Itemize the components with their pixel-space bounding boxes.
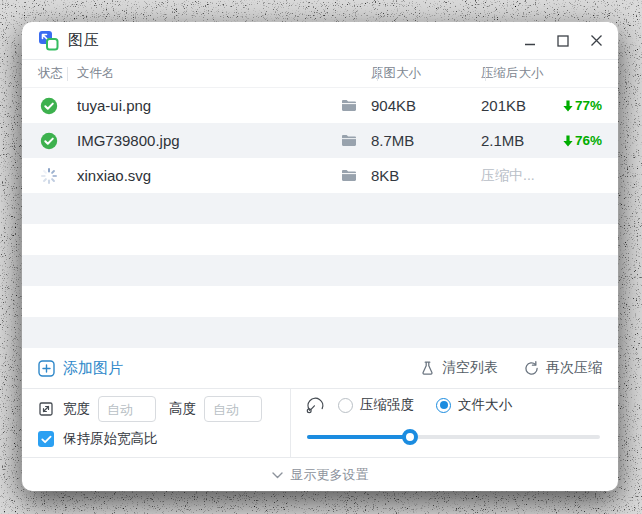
minimize-button[interactable] (523, 34, 537, 48)
original-size: 8KB (366, 167, 476, 184)
original-size: 904KB (366, 97, 476, 114)
mode-filesize-label: 文件大小 (458, 396, 512, 414)
mode-strength-radio[interactable]: 压缩强度 (338, 396, 414, 414)
table-row[interactable]: IMG739800.jpg 8.7MB 2.1MB 76% (22, 123, 618, 158)
spinner-icon (40, 167, 58, 185)
app-title: 图压 (68, 31, 99, 50)
slider-thumb[interactable] (402, 429, 418, 445)
reduction-percent: 76% (575, 133, 602, 148)
reduction-arrow-icon (563, 135, 573, 147)
filename: xinxiao.svg (77, 167, 332, 184)
compressed-size: 2.1MB (476, 132, 552, 149)
column-status: 状态 (38, 65, 77, 82)
filename: tuya-ui.png (77, 97, 332, 114)
empty-row (22, 224, 618, 255)
clear-list-label: 清空列表 (442, 359, 498, 377)
open-folder-icon[interactable] (332, 134, 366, 147)
height-label: 高度 (169, 400, 196, 418)
width-label: 宽度 (63, 400, 90, 418)
width-input[interactable] (98, 396, 156, 422)
open-folder-icon[interactable] (332, 99, 366, 112)
recompress-label: 再次压缩 (546, 359, 602, 377)
add-images-label: 添加图片 (63, 359, 123, 378)
add-images-button[interactable]: 添加图片 (38, 359, 123, 378)
slider-track[interactable] (307, 435, 600, 439)
compressed-size: 201KB (476, 97, 552, 114)
empty-list-area (22, 193, 618, 348)
recompress-button[interactable]: 再次压缩 (524, 359, 602, 377)
flask-icon (420, 361, 435, 376)
compressing-status-text: 压缩中... (476, 167, 552, 185)
header-separator (377, 67, 378, 81)
slider-fill (307, 435, 410, 439)
clear-list-button[interactable]: 清空列表 (420, 359, 498, 377)
radio-unselected-icon (338, 398, 353, 413)
header-separator (485, 67, 486, 81)
column-filename: 文件名 (77, 65, 332, 82)
table-header: 状态 文件名 原图大小 压缩后大小 (22, 60, 618, 88)
mode-strength-label: 压缩强度 (360, 396, 414, 414)
gauge-icon (305, 396, 325, 414)
plus-square-icon (38, 360, 55, 377)
mode-filesize-radio[interactable]: 文件大小 (436, 396, 512, 414)
show-more-settings-button[interactable]: 显示更多设置 (22, 458, 618, 491)
column-compressed-size: 压缩后大小 (476, 65, 552, 82)
table-row[interactable]: xinxiao.svg 8KB 压缩中... (22, 158, 618, 193)
app-logo-icon (38, 30, 59, 51)
column-original-size: 原图大小 (366, 65, 476, 82)
app-window: 图压 状态 文件名 原图大小 压缩后大小 (22, 22, 618, 491)
keep-ratio-label: 保持原始宽高比 (63, 430, 158, 448)
toolbar: 添加图片 清空列表 再次压缩 (22, 348, 618, 388)
original-size: 8.7MB (366, 132, 476, 149)
empty-row (22, 286, 618, 317)
empty-row (22, 193, 618, 224)
refresh-icon (524, 361, 539, 376)
radio-selected-icon (436, 398, 451, 413)
titlebar: 图压 (22, 22, 618, 60)
header-separator (67, 67, 68, 81)
reduction-arrow-icon (563, 100, 573, 112)
success-check-icon (40, 132, 58, 150)
reduction-percent: 77% (575, 98, 602, 113)
show-more-settings-label: 显示更多设置 (291, 466, 369, 484)
settings-panel: 宽度 高度 保持原始宽高比 (22, 388, 618, 458)
keep-ratio-checkbox[interactable] (38, 431, 54, 447)
success-check-icon (40, 97, 58, 115)
open-folder-icon[interactable] (332, 169, 366, 182)
table-row[interactable]: tuya-ui.png 904KB 201KB 77% (22, 88, 618, 123)
chevron-down-icon (272, 472, 283, 479)
compression-slider[interactable] (307, 429, 600, 445)
close-button[interactable] (589, 34, 603, 48)
filename: IMG739800.jpg (77, 132, 332, 149)
height-input[interactable] (204, 396, 262, 422)
empty-row (22, 317, 618, 348)
resize-icon (38, 401, 54, 417)
empty-row (22, 255, 618, 286)
maximize-button[interactable] (556, 34, 570, 48)
